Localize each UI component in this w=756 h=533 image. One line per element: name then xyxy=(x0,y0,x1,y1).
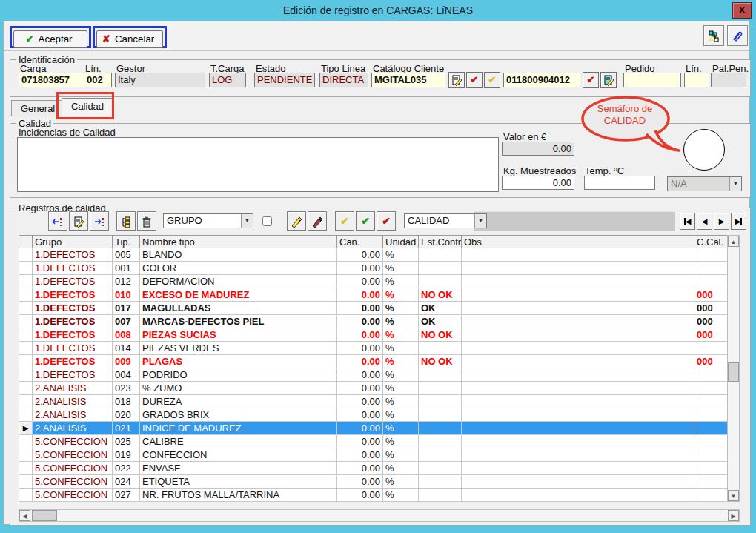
catalogo-red-check-button[interactable]: ✔ xyxy=(466,72,483,88)
col-header-est[interactable]: Est.Control xyxy=(419,236,462,248)
attachments-button[interactable] xyxy=(727,25,748,46)
cell-nombre: PIEZAS VERDES xyxy=(140,342,337,355)
row-selector[interactable] xyxy=(19,382,33,395)
referencia-red-check-button[interactable]: ✔ xyxy=(583,72,599,88)
temp-field[interactable] xyxy=(584,176,655,190)
catalogo-yellow-check-button[interactable]: ✔ xyxy=(484,72,500,88)
paperclip-icon xyxy=(731,30,744,43)
nav-next-button[interactable]: ▶ xyxy=(714,213,729,230)
row-selector[interactable]: ▶ xyxy=(19,422,33,435)
close-button[interactable]: X xyxy=(732,2,752,19)
row-selector[interactable] xyxy=(19,395,33,408)
record-prev-assign-button[interactable] xyxy=(48,211,67,231)
cell-obs xyxy=(462,248,694,262)
table-row[interactable]: 2.ANALISIS020GRADOS BRIX0.00% xyxy=(19,408,728,422)
col-header-ccal[interactable]: C.Cal. xyxy=(694,236,728,248)
status-green-check-button[interactable]: ✔ xyxy=(356,211,375,231)
sign-yellow-button[interactable] xyxy=(287,211,306,231)
cancel-button[interactable]: ✘Cancelar xyxy=(96,30,163,48)
row-selector[interactable] xyxy=(19,475,33,489)
cell-obs xyxy=(462,315,694,328)
col-header-grupo[interactable]: Grupo xyxy=(33,236,113,248)
row-selector[interactable] xyxy=(19,448,33,462)
scroll-down-button[interactable]: ▼ xyxy=(728,490,739,501)
cell-nombre: NR. FRUTOS MALLA/TARRINA xyxy=(140,489,337,502)
accept-button[interactable]: ✔Aceptar xyxy=(13,30,87,48)
horizontal-scrollbar[interactable]: ◀ ▶ xyxy=(19,509,740,522)
row-selector[interactable] xyxy=(19,288,33,302)
table-header-row: Grupo Tip. Nombre tipo Can. Unidad Est.C… xyxy=(19,236,728,248)
lin2-field[interactable] xyxy=(684,73,709,87)
row-selector[interactable] xyxy=(19,342,33,355)
row-selector[interactable] xyxy=(19,302,33,315)
col-header-selector[interactable] xyxy=(19,236,33,248)
status-yellow-check-button[interactable]: ✔ xyxy=(335,211,354,231)
table-row[interactable]: 5.CONFECCION024ETIQUETA0.00% xyxy=(19,475,728,489)
sign-dark-button[interactable] xyxy=(308,211,327,231)
row-selector[interactable] xyxy=(19,262,33,275)
kg-field[interactable]: 0.00 xyxy=(502,176,574,190)
col-header-can[interactable]: Can. xyxy=(337,236,383,248)
vertical-scrollbar[interactable]: ▲ ▼ xyxy=(727,235,740,502)
semaforo-dropdown[interactable]: N/A ▼ xyxy=(667,176,742,191)
table-row[interactable]: 1.DEFECTOS005BLANDO0.00% xyxy=(19,248,728,262)
col-header-unidad[interactable]: Unidad xyxy=(383,236,419,248)
table-row[interactable]: 1.DEFECTOS007MARCAS-DEFECTOS PIEL0.00%OK… xyxy=(19,315,728,328)
vscroll-thumb[interactable] xyxy=(728,362,739,382)
scroll-left-button[interactable]: ◀ xyxy=(19,510,30,521)
col-header-obs[interactable]: Obs. xyxy=(462,236,694,248)
cell-est-control xyxy=(419,422,462,435)
scroll-right-button[interactable]: ▶ xyxy=(728,510,739,521)
table-row[interactable]: 5.CONFECCION025CALIBRE0.00% xyxy=(19,435,728,448)
status-red-check-button[interactable]: ✔ xyxy=(377,211,396,231)
delete-record-button[interactable] xyxy=(137,211,156,231)
record-next-assign-button[interactable] xyxy=(90,211,109,231)
scroll-up-button[interactable]: ▲ xyxy=(728,236,739,247)
row-selector[interactable] xyxy=(19,462,33,475)
table-row[interactable]: 1.DEFECTOS004PODRIDO0.00% xyxy=(19,368,728,382)
col-header-tip[interactable]: Tip. xyxy=(113,236,140,248)
pedido-field[interactable] xyxy=(623,73,681,87)
table-row[interactable]: 1.DEFECTOS012DEFORMACION0.00% xyxy=(19,275,728,288)
row-selector[interactable] xyxy=(19,328,33,342)
table-row[interactable]: 1.DEFECTOS014PIEZAS VERDES0.00% xyxy=(19,342,728,355)
nav-first-button[interactable]: ◀ xyxy=(680,213,695,230)
group-list-button[interactable] xyxy=(116,211,136,231)
row-selector[interactable] xyxy=(19,489,33,502)
col-header-nombre[interactable]: Nombre tipo xyxy=(140,236,337,248)
table-row[interactable]: 1.DEFECTOS017MAGULLADAS0.00%OK000 xyxy=(19,302,728,315)
row-selector[interactable] xyxy=(19,275,33,288)
table-row[interactable]: 1.DEFECTOS001COLOR0.00% xyxy=(19,262,728,275)
table-row[interactable]: 2.ANALISIS023% ZUMO0.00% xyxy=(19,382,728,395)
grupo-dropdown[interactable]: GRUPO ▼ xyxy=(163,213,253,228)
table-row[interactable]: 1.DEFECTOS010EXCESO DE MADUREZ0.00%NO OK… xyxy=(19,288,728,302)
row-selector[interactable] xyxy=(19,408,33,422)
table-row[interactable]: 5.CONFECCION027NR. FRUTOS MALLA/TARRINA0… xyxy=(19,489,728,502)
nav-prev-button[interactable]: ◀ xyxy=(697,213,712,230)
referencia-doc-button[interactable] xyxy=(600,72,617,88)
lin-field[interactable]: 002 xyxy=(84,73,112,87)
catalogo-edit-button[interactable] xyxy=(448,72,465,88)
table-row[interactable]: ▶2.ANALISIS021INDICE DE MADUREZ0.00% xyxy=(19,422,728,435)
cell-can: 0.00 xyxy=(337,248,383,262)
catalogo-field[interactable]: MGITAL035 xyxy=(371,73,445,87)
transfer-button[interactable] xyxy=(703,25,724,46)
row-selector[interactable] xyxy=(19,435,33,448)
row-selector[interactable] xyxy=(19,355,33,368)
hscroll-thumb[interactable] xyxy=(32,510,57,521)
calidad-dropdown[interactable]: CALIDAD ▼ xyxy=(404,213,487,228)
row-selector[interactable] xyxy=(19,248,33,262)
table-row[interactable]: 2.ANALISIS018DUREZA0.00% xyxy=(19,395,728,408)
table-row[interactable]: 5.CONFECCION019CONFECCION0.00% xyxy=(19,448,728,462)
table-row[interactable]: 5.CONFECCION022ENVASE0.00% xyxy=(19,462,728,475)
record-edit-button[interactable] xyxy=(69,211,88,231)
incidencias-textarea[interactable] xyxy=(17,137,499,192)
table-row[interactable]: 1.DEFECTOS008PIEZAS SUCIAS0.00%NO OK000 xyxy=(19,328,728,342)
referencia-field[interactable]: 011800904012 xyxy=(503,73,580,87)
cell-can: 0.00 xyxy=(337,302,383,315)
row-selector[interactable] xyxy=(19,315,33,328)
filter-checkbox[interactable] xyxy=(262,216,272,226)
nav-last-button[interactable]: ▶ xyxy=(731,213,746,230)
row-selector[interactable] xyxy=(19,368,33,382)
table-row[interactable]: 1.DEFECTOS009PLAGAS0.00%NO OK000 xyxy=(19,355,728,368)
